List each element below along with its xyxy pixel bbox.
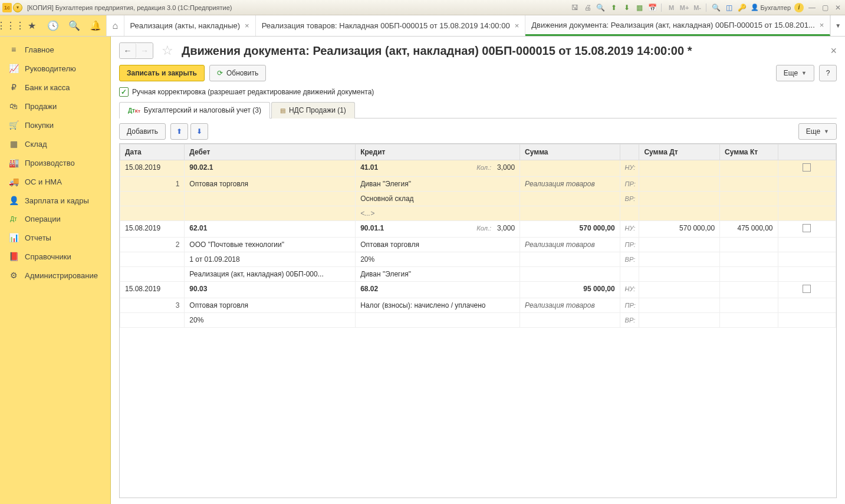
user-badge[interactable]: 👤 Бухгалтер [751, 4, 791, 11]
cell-sum-dt[interactable] [639, 282, 720, 298]
cell-debit-sub1[interactable]: ООО "Почтовые технологии" [185, 238, 356, 252]
bell-icon[interactable]: 🔔 [85, 20, 106, 31]
maximize-icon[interactable]: ▢ [820, 3, 830, 12]
sidebar-item-production[interactable]: 🏭Производство [0, 153, 110, 172]
sidebar-item-assets[interactable]: 🚚ОС и НМА [0, 172, 110, 191]
apps-icon[interactable]: ⋮⋮⋮ [0, 20, 21, 31]
info-icon[interactable]: i [794, 3, 804, 12]
tab-dvizheniya[interactable]: Движения документа: Реализация (акт, нак… [525, 15, 830, 36]
table-row-sub[interactable]: 3Оптовая торговляНалог (взносы): начисле… [120, 298, 836, 313]
print-icon[interactable]: 🖨 [583, 3, 593, 12]
cell-credit-sub2[interactable] [356, 313, 520, 328]
cell-credit-sub1[interactable]: Оптовая торговля [356, 238, 520, 252]
manual-edit-checkbox[interactable]: ✓ [119, 87, 129, 97]
cell-credit-sub1[interactable]: Диван "Элегия" [356, 177, 520, 192]
table-row[interactable]: 15.08.201990.02.141.01Кол.: 3,000НУ: [120, 160, 836, 177]
nav-forward-button[interactable]: → [136, 43, 153, 58]
cell-sum-kt[interactable]: 475 000,00 [720, 221, 778, 238]
close-window-icon[interactable]: ✕ [833, 3, 843, 12]
cell-credit-account[interactable]: 68.02 [356, 282, 520, 298]
favorite-icon[interactable]: ★ [21, 20, 42, 31]
cell-debit-sub3[interactable] [185, 206, 356, 221]
cell-debit-sub2[interactable]: 1 от 01.09.2018 [185, 252, 356, 267]
m-plus-button[interactable]: M+ [680, 3, 689, 12]
sidebar-item-operations[interactable]: ДтОперации [0, 210, 110, 228]
cell-sum[interactable]: 570 000,00 [520, 221, 620, 238]
cell-debit-account[interactable]: 90.03 [185, 282, 356, 298]
nav-back-button[interactable]: ← [120, 43, 136, 58]
cell-sum-dt[interactable]: 570 000,00 [639, 221, 720, 238]
table-more-button[interactable]: Еще▼ [798, 123, 837, 140]
sidebar-item-bank[interactable]: ₽Банк и касса [0, 78, 110, 97]
cell-credit-sub1[interactable]: Налог (взносы): начислено / уплачено [356, 298, 520, 313]
tabs-dropdown[interactable]: ▼ [830, 15, 845, 36]
cell-credit-sub3[interactable]: <...> [356, 206, 520, 221]
refresh-button[interactable]: ⟳Обновить [209, 65, 266, 81]
sidebar-item-manager[interactable]: 📈Руководителю [0, 59, 110, 78]
tab-close-icon[interactable]: × [515, 21, 520, 30]
home-button[interactable]: ⌂ [107, 15, 124, 36]
cell-credit-account[interactable]: 90.01.1Кол.: 3,000 [356, 221, 520, 238]
cell-credit-sub2[interactable]: 20% [356, 252, 520, 267]
th-credit[interactable]: Кредит [356, 144, 520, 160]
cell-credit-account[interactable]: 41.01Кол.: 3,000 [356, 160, 520, 177]
tab-close-icon[interactable]: × [245, 21, 249, 30]
tab-close-icon[interactable]: × [820, 21, 824, 29]
cell-debit-account[interactable]: 90.02.1 [185, 160, 356, 177]
table-row[interactable]: 15.08.201990.0368.0295 000,00НУ: [120, 282, 836, 298]
zoom-icon[interactable]: 🔍 [712, 3, 721, 12]
sidebar-item-hr[interactable]: 👤Зарплата и кадры [0, 191, 110, 210]
history-icon[interactable]: 🕓 [42, 20, 64, 31]
table-row-sub[interactable]: 20%ВР: [120, 313, 836, 328]
cell-debit-sub3[interactable]: Реализация (акт, накладная) 00БП-000... [185, 267, 356, 282]
cell-debit-account[interactable]: 62.01 [185, 221, 356, 238]
add-row-button[interactable]: Добавить [119, 123, 166, 140]
table-row-sub[interactable]: Основной складВР: [120, 192, 836, 206]
cell-debit-sub1[interactable]: Оптовая торговля [185, 177, 356, 192]
star-icon[interactable]: ☆ [162, 43, 173, 58]
minimize-icon[interactable]: — [807, 3, 817, 12]
cell-checkbox[interactable] [778, 282, 836, 298]
table-row-sub[interactable]: 1Оптовая торговляДиван "Элегия"Реализаци… [120, 177, 836, 192]
entries-table[interactable]: Дата Дебет Кредит Сумма Сумма Дт Сумма К… [119, 143, 837, 498]
sidebar-item-main[interactable]: ≡Главное [0, 40, 110, 59]
cell-checkbox[interactable] [778, 221, 836, 238]
th-date[interactable]: Дата [120, 144, 185, 160]
cell-date[interactable]: 15.08.2019 [120, 160, 185, 177]
move-down-button[interactable]: ⬇ [190, 123, 208, 140]
m-minus-button[interactable]: M- [693, 3, 702, 12]
move-up-button[interactable]: ⬆ [170, 123, 188, 140]
cell-date[interactable]: 15.08.2019 [120, 282, 185, 298]
cell-sum[interactable]: 95 000,00 [520, 282, 620, 298]
th-debit[interactable]: Дебет [185, 144, 356, 160]
sidebar-item-refs[interactable]: 📕Справочники [0, 247, 110, 266]
tab-realizatsiya-list[interactable]: Реализация (акты, накладные) × [124, 15, 256, 36]
tab-nakladnaya[interactable]: Реализация товаров: Накладная 00БП-00001… [256, 15, 526, 36]
cell-debit-sub2[interactable] [185, 192, 356, 206]
sidebar-item-admin[interactable]: ⚙Администрирование [0, 266, 110, 285]
sidebar-item-reports[interactable]: 📊Отчеты [0, 228, 110, 247]
key-icon[interactable]: 🔑 [738, 3, 747, 12]
m-button[interactable]: M [667, 3, 676, 12]
table-row[interactable]: 15.08.201962.0190.01.1Кол.: 3,000570 000… [120, 221, 836, 238]
table-row-sub[interactable]: Реализация (акт, накладная) 00БП-000...Д… [120, 267, 836, 282]
cell-checkbox[interactable] [778, 160, 836, 177]
panes-icon[interactable]: ◫ [725, 3, 734, 12]
help-button[interactable]: ? [819, 65, 837, 81]
upload-icon[interactable]: ⬆ [609, 3, 619, 12]
cell-debit-sub1[interactable]: Оптовая торговля [185, 298, 356, 313]
search-icon[interactable]: 🔍 [64, 20, 85, 31]
grid-icon[interactable]: ▦ [635, 3, 645, 12]
sidebar-item-sales[interactable]: 🛍Продажи [0, 97, 110, 116]
download-icon[interactable]: ⬇ [622, 3, 632, 12]
cell-sum-kt[interactable] [720, 160, 778, 177]
app-menu-dropdown[interactable]: ▼ [13, 3, 22, 12]
subtab-accounting[interactable]: ДтКт Бухгалтерский и налоговый учет (3) [119, 102, 270, 118]
sidebar-item-purchases[interactable]: 🛒Покупки [0, 116, 110, 134]
more-button[interactable]: Еще▼ [776, 65, 814, 81]
table-row-sub[interactable]: <...> [120, 206, 836, 221]
cell-sum-kt[interactable] [720, 282, 778, 298]
th-sum-kt[interactable]: Сумма Кт [720, 144, 778, 160]
save-icon[interactable]: 🖫 [570, 3, 580, 12]
close-panel-icon[interactable]: × [830, 45, 837, 57]
